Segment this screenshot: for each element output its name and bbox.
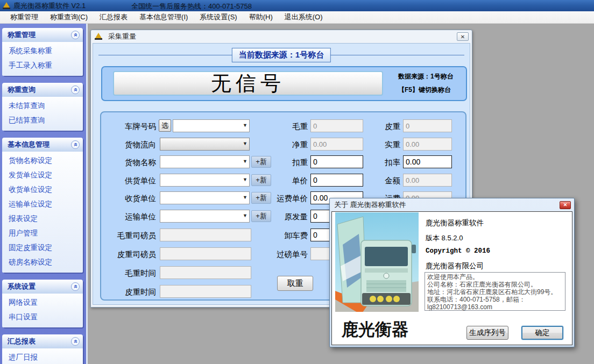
sidebar-item-cargo-name[interactable]: 货物名称设定 xyxy=(2,153,83,168)
tare-time-field[interactable] xyxy=(160,285,251,298)
truck-image: 鹿光衡器 xyxy=(335,212,419,344)
sidebar-item-manual-weigh[interactable]: 手工录入称重 xyxy=(2,58,83,73)
gross-time-label: 毛重时间 xyxy=(102,268,156,279)
app-logo-icon xyxy=(3,2,11,10)
sidebar-section-summary-report: 汇总报表 » 进厂日报 出厂日报 xyxy=(2,334,83,364)
gross-time-field[interactable] xyxy=(160,266,251,279)
info-line: 联系电话：400-071-5758，邮箱： xyxy=(427,296,563,303)
actual-weight-field[interactable] xyxy=(403,138,452,151)
sidebar-section-weigh-query: 称重查询 » 未结算查询 已结算查询 xyxy=(2,83,83,131)
menu-exit[interactable]: 退出系统(O) xyxy=(279,11,329,24)
product-name: 鹿光衡器称重软件 xyxy=(426,218,484,228)
take-weight-button[interactable]: 取重 xyxy=(277,276,313,291)
sidebar-item-network-settings[interactable]: 网络设置 xyxy=(2,295,83,310)
sidebar-item-user-manage[interactable]: 用户管理 xyxy=(2,226,83,240)
collapse-icon[interactable]: » xyxy=(71,85,80,94)
sidebar-item-inbound-daily[interactable]: 进厂日报 xyxy=(2,350,83,364)
actual-weight-label: 实重 xyxy=(349,140,400,150)
mdi-area: 采集重量 ✕ 当前数据来源：1号称台 无信号 数据来源：1号称台 【F5】键切换… xyxy=(88,24,594,364)
sidebar: 称重管理 » 系统采集称重 手工录入称重 称重查询 » 未结算查询 已结算查询 xyxy=(0,24,88,364)
ticket-number-label: 过磅单号 xyxy=(251,249,308,260)
menu-basic-info[interactable]: 基本信息管理(I) xyxy=(133,11,194,24)
capture-window-titlebar: 采集重量 ✕ xyxy=(93,30,470,43)
menu-system-settings[interactable]: 系统设置(S) xyxy=(194,11,243,24)
info-line: 地址：河北省石家庄鹿泉区石柏北大街99号。 xyxy=(427,288,563,296)
info-line: lg82100713@163.com xyxy=(427,303,563,311)
deduct-rate-field[interactable] xyxy=(403,155,452,168)
collapse-icon[interactable]: » xyxy=(71,282,80,291)
data-source-banner: 当前数据来源：1号称台 xyxy=(232,48,331,62)
sidebar-item-serial-settings[interactable]: 串口设置 xyxy=(2,310,83,324)
section-header-weigh-manage[interactable]: 称重管理 » xyxy=(2,28,83,42)
application-window: 鹿光衡器称重软件 V2.1 全国统一售后服务热线：400-071-5758 称重… xyxy=(0,0,594,364)
sidebar-item-receiver[interactable]: 收货单位设定 xyxy=(2,182,83,197)
section-header-weigh-query[interactable]: 称重查询 » xyxy=(2,83,83,97)
deduct-rate-label: 扣率 xyxy=(349,158,400,168)
collapse-icon[interactable]: » xyxy=(71,31,80,39)
section-header-system-settings[interactable]: 系统设置 » xyxy=(2,280,83,294)
sidebar-item-settled-query[interactable]: 已结算查询 xyxy=(2,113,83,127)
sidebar-item-system-weigh[interactable]: 系统采集称重 xyxy=(2,44,83,58)
section-header-basic-info[interactable]: 基本信息管理 » xyxy=(2,138,83,152)
menu-weigh-query[interactable]: 称重查询(C) xyxy=(44,11,94,24)
copyright-text: Copyright © 2016 xyxy=(426,247,490,255)
signal-panel: 无信号 数据来源：1号称台 【F5】键切换称台 xyxy=(101,66,467,101)
sidebar-item-report-config[interactable]: 报表设定 xyxy=(2,211,83,226)
tare-weight-field[interactable] xyxy=(403,119,452,132)
menu-summary-report[interactable]: 汇总报表 xyxy=(94,11,133,24)
sidebar-section-system-settings: 系统设置 » 网络设置 串口设置 xyxy=(2,280,83,327)
weight-display: 无信号 xyxy=(113,71,383,96)
collapse-icon[interactable]: » xyxy=(71,140,80,149)
ok-button[interactable]: 确定 xyxy=(521,326,563,340)
sidebar-item-shipper[interactable]: 发货单位设定 xyxy=(2,168,83,182)
f5-hint: 【F5】键切换称台 xyxy=(398,85,467,95)
unload-fee-label: 卸车费 xyxy=(251,231,308,241)
company-info-box: 欢迎使用本产品。 公司名称：石家庄鹿光衡器有限公司。 地址：河北省石家庄鹿泉区石… xyxy=(425,272,565,311)
original-qty-label: 原发量 xyxy=(251,212,308,222)
sidebar-item-scalehouse-name[interactable]: 磅房名称设定 xyxy=(2,255,83,269)
sidebar-item-transporter[interactable]: 运输单位设定 xyxy=(2,197,83,211)
truck-caption: 鹿光衡器 xyxy=(341,320,408,339)
about-dialog: 关于 鹿光衡器称重软件 ✕ xyxy=(329,198,575,347)
close-icon[interactable]: ✕ xyxy=(457,32,469,41)
about-dialog-content: 鹿光衡器 鹿光衡器称重软件 版本 8.5.2.0 Copyright © 201… xyxy=(331,211,572,345)
about-dialog-title: 关于 鹿光衡器称重软件 xyxy=(334,200,560,210)
company-name: 鹿光衡器有限公司 xyxy=(426,261,484,271)
tare-time-label: 皮重时间 xyxy=(102,287,156,297)
menu-weigh-manage[interactable]: 称重管理 xyxy=(4,11,44,24)
sidebar-section-basic-info: 基本信息管理 » 货物名称设定 发货单位设定 收货单位设定 运输单位设定 报表设… xyxy=(2,138,83,273)
tare-weight-label: 皮重 xyxy=(349,122,400,132)
app-title: 鹿光衡器称重软件 V2.1 xyxy=(13,1,86,11)
scale-icon xyxy=(95,33,103,40)
version-text: 版本 8.5.2.0 xyxy=(426,233,463,243)
amount-field[interactable] xyxy=(403,174,452,187)
close-icon[interactable]: ✕ xyxy=(560,201,571,209)
info-line: 欢迎使用本产品。 xyxy=(427,273,563,281)
capture-window-title: 采集重量 xyxy=(108,32,457,41)
sidebar-item-unsettled-query[interactable]: 未结算查询 xyxy=(2,98,83,113)
sidebar-item-fixed-tare[interactable]: 固定皮重设定 xyxy=(2,240,83,255)
hotline-text: 全国统一售后服务热线：400-071-5758 xyxy=(131,2,252,11)
about-dialog-titlebar: 关于 鹿光衡器称重软件 ✕ xyxy=(330,198,574,211)
section-header-summary-report[interactable]: 汇总报表 » xyxy=(2,334,83,348)
collapse-icon[interactable]: » xyxy=(71,337,80,346)
amount-label: 金额 xyxy=(349,176,400,186)
titlebar: 鹿光衡器称重软件 V2.1 全国统一售后服务热线：400-071-5758 xyxy=(0,0,594,11)
sidebar-section-weigh-manage: 称重管理 » 系统采集称重 手工录入称重 xyxy=(2,28,83,76)
source-info: 数据来源：1号称台 xyxy=(398,72,467,81)
menu-help[interactable]: 帮助(H) xyxy=(243,11,279,24)
menubar: 称重管理 称重查询(C) 汇总报表 基本信息管理(I) 系统设置(S) 帮助(H… xyxy=(0,11,594,24)
info-line: 公司名称：石家庄鹿光衡器有限公司。 xyxy=(427,281,563,288)
generate-serial-button[interactable]: 生成序列号 xyxy=(466,326,508,340)
